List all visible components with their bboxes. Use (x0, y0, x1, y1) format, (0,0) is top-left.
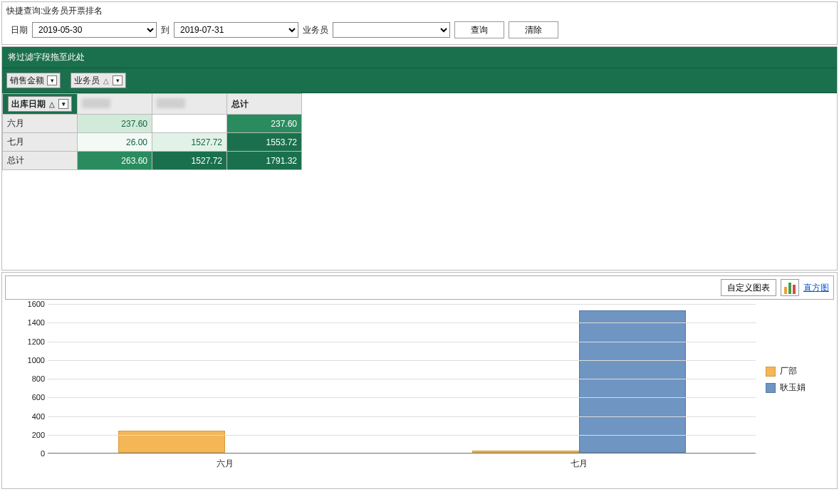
y-tick-label: 0 (12, 449, 45, 458)
y-tick-label: 200 (12, 431, 45, 439)
chart-bar[interactable] (579, 310, 686, 453)
pivot-cell: 1791.32 (227, 152, 302, 170)
pivot-panel: 将过滤字段拖至此处 销售金额 ▾ 业务员 △ ▾ 出库日期 △ ▾ (1, 46, 838, 271)
chart-panel: 自定义图表 直方图 02004006008001000120014001600 … (1, 272, 838, 489)
pivot-header-area: 销售金额 ▾ 业务员 △ ▾ (2, 68, 837, 93)
chart-bar[interactable] (118, 431, 225, 453)
y-tick-label: 800 (12, 374, 45, 383)
table-row: 六月 237.60 237.60 (3, 115, 302, 133)
date-from-label: 日期 (11, 24, 28, 36)
measure-chip-label: 销售金额 (10, 75, 44, 87)
y-tick-label: 1000 (12, 356, 45, 364)
pivot-cell: 1527.72 (152, 152, 227, 170)
chart-area: 02004006008001000120014001600 六月七月 厂部耿玉娟 (5, 304, 834, 482)
table-row: 七月 26.00 1527.72 1553.72 (3, 133, 302, 152)
x-tick-label: 六月 (48, 458, 402, 470)
row-chip[interactable]: 出库日期 △ ▾ (8, 96, 72, 112)
chart-y-axis: 02004006008001000120014001600 (12, 304, 48, 453)
bar-chart-icon[interactable] (781, 279, 799, 296)
pivot-col-header-1[interactable] (78, 94, 152, 115)
pivot-cell: 237.60 (78, 115, 152, 133)
chart-bar[interactable] (472, 451, 579, 453)
histogram-link[interactable]: 直方图 (803, 282, 829, 294)
legend-item[interactable]: 耿玉娟 (766, 382, 830, 394)
x-tick-label: 七月 (402, 458, 756, 470)
legend-item[interactable]: 厂部 (766, 365, 830, 377)
pivot-cell (152, 115, 227, 133)
pivot-cell: 26.00 (78, 133, 152, 152)
column-chip-label: 业务员 (74, 75, 100, 87)
query-title: 快捷查询:业务员开票排名 (5, 4, 834, 21)
row-chip-label: 出库日期 (11, 98, 46, 110)
pivot-col-header-total[interactable]: 总计 (227, 94, 302, 115)
query-button[interactable]: 查询 (454, 21, 504, 38)
agent-label: 业务员 (303, 24, 328, 36)
table-row-total: 总计 263.60 1527.72 1791.32 (3, 152, 302, 170)
legend-swatch (766, 383, 776, 393)
pivot-row-header[interactable]: 六月 (3, 115, 78, 133)
clear-button[interactable]: 清除 (509, 21, 558, 38)
pivot-cell: 237.60 (227, 115, 302, 133)
sort-asc-icon: △ (103, 77, 110, 85)
pivot-col-header-2[interactable] (152, 94, 227, 115)
pivot-table: 出库日期 △ ▾ 总计 六月 237.60 237.60 七月 26.00 15… (2, 93, 302, 170)
pivot-cell: 1527.72 (152, 133, 227, 152)
customize-chart-button[interactable]: 自定义图表 (721, 279, 776, 296)
legend-swatch (766, 367, 776, 377)
sort-asc-icon: △ (48, 100, 56, 108)
measure-chip[interactable]: 销售金额 ▾ (6, 73, 61, 88)
y-tick-label: 600 (12, 393, 45, 401)
pivot-row-header-total[interactable]: 总计 (3, 152, 78, 170)
date-to-label: 到 (161, 24, 170, 36)
dropdown-icon[interactable]: ▾ (58, 99, 68, 109)
y-tick-label: 1400 (12, 318, 45, 327)
legend-label: 厂部 (780, 365, 797, 377)
date-from-select[interactable]: 2019-05-30 (32, 22, 157, 38)
chart-x-axis: 六月七月 (48, 458, 756, 470)
query-row: 日期 2019-05-30 到 2019-07-31 业务员 查询 清除 (5, 21, 834, 38)
row-chip-cell: 出库日期 △ ▾ (3, 94, 78, 115)
pivot-cell: 263.60 (78, 152, 152, 170)
pivot-row-header[interactable]: 七月 (3, 133, 78, 152)
agent-select[interactable] (333, 22, 450, 38)
filter-drop-area[interactable]: 将过滤字段拖至此处 (2, 47, 837, 68)
legend-label: 耿玉娟 (780, 382, 806, 394)
pivot-cell: 1553.72 (227, 133, 302, 152)
query-panel: 快捷查询:业务员开票排名 日期 2019-05-30 到 2019-07-31 … (1, 1, 838, 45)
chart-legend: 厂部耿玉娟 (766, 361, 830, 398)
date-to-select[interactable]: 2019-07-31 (174, 22, 298, 38)
chart-plot (48, 304, 756, 453)
chart-toolbar: 自定义图表 直方图 (5, 275, 834, 300)
column-chip[interactable]: 业务员 △ ▾ (71, 73, 126, 88)
y-tick-label: 400 (12, 412, 45, 421)
dropdown-icon[interactable]: ▾ (47, 75, 57, 85)
y-tick-label: 1200 (12, 337, 45, 346)
dropdown-icon[interactable]: ▾ (113, 75, 123, 85)
y-tick-label: 1600 (12, 300, 45, 308)
